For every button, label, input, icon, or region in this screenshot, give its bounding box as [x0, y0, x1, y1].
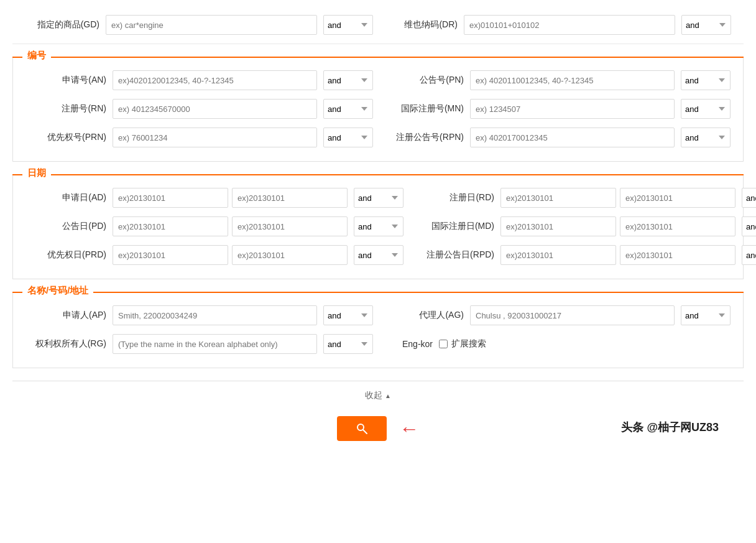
prn-label: 优先权号(PRN) [25, 132, 106, 143]
rpn-group: 注册公告号(RPN) andornot [383, 128, 731, 147]
prn-group: 优先权号(PRN) andornot [25, 128, 373, 147]
mn-operator[interactable]: andornot [681, 99, 731, 119]
expand-search-group: 扩展搜索 [439, 338, 486, 350]
prd-from[interactable] [113, 245, 228, 265]
an-operator[interactable]: andornot [323, 70, 373, 90]
ap-ag-row: 申请人(AP) andornot 代理人(AG) andornot [25, 305, 731, 325]
pn-group: 公告号(PN) andornot [383, 70, 731, 90]
prn-operator[interactable]: andornot [323, 128, 373, 147]
md-inputs [500, 216, 735, 236]
section-number: 编号 申请号(AN) andornot 公告号(PN) andornot [12, 57, 744, 162]
pd-inputs [113, 216, 348, 236]
rpd-operator[interactable]: andornot [742, 245, 756, 265]
dr-label: 维也纳码(DR) [383, 19, 458, 30]
ap-label: 申请人(AP) [25, 310, 106, 321]
engkor-group: Eng-kor 扩展搜索 [383, 338, 731, 350]
ag-operator[interactable]: andornot [681, 305, 731, 325]
rd-to[interactable] [620, 188, 735, 208]
rpd-label: 注册公告日(RPD) [413, 249, 494, 261]
ag-input[interactable] [470, 305, 675, 325]
rpn-input[interactable] [470, 128, 675, 147]
md-label: 国际注册日(MD) [413, 221, 494, 232]
rd-from[interactable] [500, 188, 616, 208]
dr-group: 维也纳码(DR) andornot [383, 15, 731, 35]
md-from[interactable] [500, 216, 616, 236]
ap-input[interactable] [113, 305, 317, 325]
rpd-group: 注册公告日(RPD) andornot [413, 245, 756, 265]
rn-group: 注册号(RN) andornot [25, 99, 373, 119]
pd-md-row: 公告日(PD) andornot 国际注册日(MD) [25, 216, 731, 236]
rd-label: 注册日(RD) [413, 192, 494, 203]
an-group: 申请号(AN) andornot [25, 70, 373, 90]
pd-label: 公告日(PD) [25, 221, 106, 232]
mn-group: 国际注册号(MN) andornot [383, 99, 731, 119]
prd-to[interactable] [232, 245, 348, 265]
engkor-label: Eng-kor [383, 339, 433, 349]
prd-rpd-row: 优先权日(PRD) andornot 注册公告日(RPD) [25, 245, 731, 265]
top-search-row: 指定的商品(GD) andornot 维也纳码(DR) andornot [12, 6, 744, 44]
expand-search-label: 扩展搜索 [451, 338, 486, 350]
collapse-label: 收起 [365, 390, 382, 401]
an-label: 申请号(AN) [25, 75, 106, 86]
pn-operator[interactable]: andornot [681, 70, 731, 90]
mn-input[interactable] [470, 99, 675, 119]
ap-group: 申请人(AP) andornot [25, 305, 373, 325]
md-to[interactable] [620, 216, 735, 236]
section3-title: 名称/号码/地址 [22, 285, 93, 297]
expand-search-checkbox[interactable] [439, 340, 448, 348]
rg-group: 权利权所有人(RG) andornot [25, 334, 373, 354]
ad-from[interactable] [113, 188, 228, 208]
ad-to[interactable] [232, 188, 348, 208]
rn-mn-row: 注册号(RN) andornot 国际注册号(MN) andornot [25, 99, 731, 119]
rpd-inputs [500, 245, 735, 265]
ad-label: 申请日(AD) [25, 192, 106, 203]
dr-input[interactable] [464, 15, 675, 35]
collapse-arrow-icon: ▲ [385, 392, 391, 399]
md-operator[interactable]: andornot [742, 216, 756, 236]
prd-group: 优先权日(PRD) andornot [25, 245, 403, 265]
prd-operator[interactable]: andornot [354, 245, 403, 265]
prd-label: 优先权日(PRD) [25, 249, 106, 261]
rpn-operator[interactable]: andornot [681, 128, 731, 147]
bottom-area: 收起 ▲ ← [12, 381, 744, 453]
svg-line-1 [363, 430, 367, 434]
ag-label: 代理人(AG) [383, 310, 464, 321]
pd-group: 公告日(PD) andornot [25, 216, 403, 236]
rn-operator[interactable]: andornot [323, 99, 373, 119]
section-name: 名称/号码/地址 申请人(AP) andornot 代理人(AG) andorn… [12, 292, 744, 368]
rpd-from[interactable] [500, 245, 616, 265]
rd-group: 注册日(RD) andornot [413, 188, 756, 208]
section-date: 日期 申请日(AD) andornot 注册日(RD) [12, 174, 744, 279]
rd-operator[interactable]: andornot [742, 188, 756, 208]
search-button[interactable] [337, 416, 387, 441]
gd-label: 指定的商品(GD) [25, 19, 99, 30]
pn-label: 公告号(PN) [383, 75, 464, 86]
prn-input[interactable] [113, 128, 317, 147]
ag-group: 代理人(AG) andornot [383, 305, 731, 325]
pd-to[interactable] [232, 216, 348, 236]
rg-operator[interactable]: andornot [323, 334, 373, 354]
red-arrow-icon: ← [399, 417, 419, 440]
section1-title: 编号 [22, 50, 51, 62]
rn-label: 注册号(RN) [25, 103, 106, 114]
mn-label: 国际注册号(MN) [383, 103, 464, 114]
rpn-label: 注册公告号(RPN) [383, 132, 464, 143]
rpd-to[interactable] [620, 245, 735, 265]
pn-input[interactable] [470, 70, 675, 90]
collapse-button[interactable]: 收起 ▲ [12, 390, 744, 401]
ad-operator[interactable]: andornot [354, 188, 403, 208]
ad-inputs [113, 188, 348, 208]
pd-from[interactable] [113, 216, 228, 236]
an-input[interactable] [113, 70, 317, 90]
rn-input[interactable] [113, 99, 317, 119]
pd-operator[interactable]: andornot [354, 216, 403, 236]
ad-rd-row: 申请日(AD) andornot 注册日(RD) [25, 188, 731, 208]
gd-operator-select[interactable]: andornot [323, 15, 373, 35]
rg-label: 权利权所有人(RG) [25, 338, 106, 350]
gd-input[interactable] [106, 15, 317, 35]
ad-group: 申请日(AD) andornot [25, 188, 403, 208]
ap-operator[interactable]: andornot [323, 305, 373, 325]
dr-operator-select[interactable]: andornot [681, 15, 731, 35]
rg-input[interactable] [113, 334, 317, 354]
search-area: ← [12, 410, 744, 453]
